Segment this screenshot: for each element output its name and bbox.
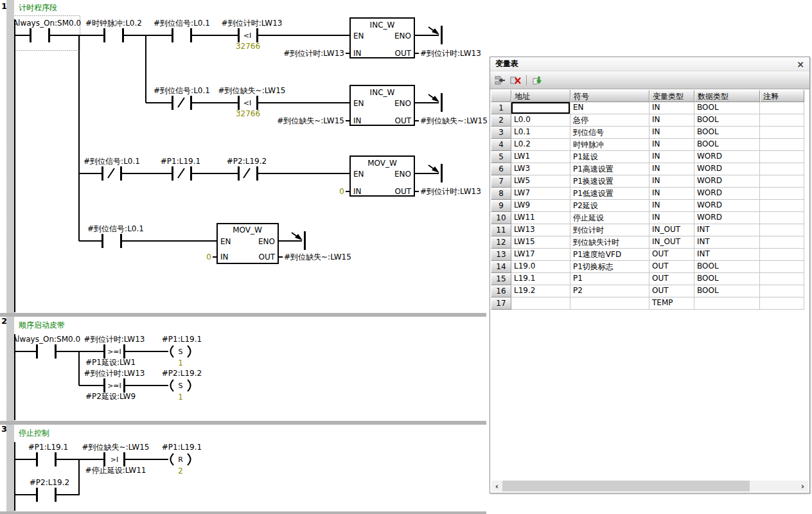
contact-always-on[interactable]: Always_On:SM0.0 (12, 335, 80, 359)
cell-vartype[interactable]: IN (649, 200, 694, 212)
cell-vartype[interactable]: IN (649, 102, 694, 114)
incw-box-2[interactable]: INC_W ENENO INOUT #到位缺失~:LW15 #到位缺失~:LW1… (277, 85, 488, 125)
contact-p1[interactable]: #P1:L19.1 (28, 443, 68, 466)
movw-box-1[interactable]: MOV_W ENENO INOUT 0 #到位计时:LW13 (339, 156, 481, 196)
cell-vartype[interactable]: OUT (649, 261, 694, 273)
cell-address[interactable]: LW17 (511, 249, 570, 261)
cell-address[interactable]: LW11 (511, 212, 570, 224)
close-icon[interactable]: × (797, 60, 804, 69)
row-header[interactable]: 4 (491, 139, 511, 151)
row-header[interactable]: 16 (491, 285, 511, 297)
cell-datatype[interactable]: WORD (694, 163, 760, 175)
cell-comment[interactable] (760, 200, 804, 212)
cell-symbol[interactable]: P1 (570, 273, 649, 285)
contact-arrive-signal-nc[interactable]: #到位信号:L0.1 (154, 86, 210, 110)
cell-datatype[interactable]: WORD (694, 151, 760, 163)
column-header[interactable]: 变量类型 (649, 90, 694, 102)
cell-comment[interactable] (760, 261, 804, 273)
row-header[interactable]: 14 (491, 261, 511, 273)
row-header[interactable]: 17 (491, 297, 511, 310)
cell-symbol[interactable]: 停止延设 (570, 212, 649, 224)
cell-vartype[interactable]: IN (649, 175, 694, 188)
contact-arrive-signal[interactable]: #到位信号:L0.1 (87, 224, 144, 248)
cell-symbol[interactable]: EN (570, 102, 649, 114)
row-header[interactable]: 8 (491, 188, 511, 200)
row-header[interactable]: 10 (491, 212, 511, 224)
cell-comment[interactable] (760, 297, 804, 310)
cell-comment[interactable] (760, 114, 804, 127)
cell-datatype[interactable]: BOOL (694, 139, 760, 151)
cell-address[interactable]: LW9 (511, 200, 570, 212)
cell-symbol[interactable]: 到位缺失计时 (570, 236, 649, 249)
cell-vartype[interactable]: IN (649, 212, 694, 224)
cell-vartype[interactable]: IN_OUT (649, 236, 694, 249)
column-header[interactable]: 注释 (760, 90, 804, 102)
cell-comment[interactable] (760, 102, 804, 114)
incw-box-1[interactable]: INC_W ENENO INOUT #到位计时:LW13 #到位计时:LW13 (283, 18, 481, 58)
cell-datatype[interactable]: INT (694, 224, 760, 236)
panel-titlebar[interactable]: 变量表 × (490, 57, 809, 71)
contact-arrive-signal[interactable]: #到位信号:L0.1 (154, 19, 210, 42)
cell-vartype[interactable]: TEMP (649, 297, 694, 310)
cell-datatype[interactable]: BOOL (694, 102, 760, 114)
horizontal-scrollbar[interactable]: ‹ › (491, 481, 808, 492)
scroll-right-icon[interactable]: › (797, 481, 808, 492)
cell-address[interactable]: LW3 (511, 163, 570, 175)
cell-address[interactable] (511, 297, 570, 310)
cell-address[interactable]: L0.0 (511, 114, 570, 127)
cell-address[interactable]: LW15 (511, 236, 570, 249)
cell-address[interactable]: LW7 (511, 188, 570, 200)
row-header[interactable]: 13 (491, 249, 511, 261)
cell-comment[interactable] (760, 285, 804, 297)
cell-symbol[interactable]: 时钟脉冲 (570, 139, 649, 151)
cell-address[interactable]: LW1 (511, 151, 570, 163)
cell-address[interactable]: L19.2 (511, 285, 570, 297)
cell-symbol[interactable]: 到位计时 (570, 224, 649, 236)
cell-vartype[interactable]: IN (649, 151, 694, 163)
cell-vartype[interactable]: IN (649, 114, 694, 127)
movw-box-2[interactable]: MOV_W ENENO INOUT 0 #到位缺失~:LW15 (206, 224, 351, 263)
cell-comment[interactable] (760, 249, 804, 261)
cell-datatype[interactable]: BOOL (694, 273, 760, 285)
row-header[interactable]: 9 (491, 200, 511, 212)
row-header[interactable]: 12 (491, 236, 511, 249)
cell-comment[interactable] (760, 175, 804, 188)
cell-vartype[interactable]: IN (649, 127, 694, 139)
row-header[interactable]: 5 (491, 151, 511, 163)
cell-datatype[interactable]: BOOL (694, 285, 760, 297)
cell-vartype[interactable]: OUT (649, 273, 694, 285)
contact-arrive-signal-nc[interactable]: #到位信号:L0.1 (84, 157, 140, 181)
cell-vartype[interactable]: OUT (649, 285, 694, 297)
cell-comment[interactable] (760, 273, 804, 285)
cell-vartype[interactable]: IN (649, 139, 694, 151)
cell-symbol[interactable]: P1切换标志 (570, 261, 649, 273)
cell-address[interactable]: LW13 (511, 224, 570, 236)
column-header[interactable]: 地址 (511, 90, 570, 102)
cell-symbol[interactable]: P2 (570, 285, 649, 297)
contact-always-on[interactable]: Always_On:SM0.0 (13, 19, 81, 42)
cell-vartype[interactable]: IN (649, 188, 694, 200)
cell-symbol[interactable] (570, 297, 649, 310)
cell-address[interactable]: L19.0 (511, 261, 570, 273)
scroll-left-icon[interactable]: ‹ (491, 481, 502, 492)
cell-comment[interactable] (760, 163, 804, 175)
scrollbar-thumb[interactable] (502, 481, 750, 492)
cell-address[interactable]: L19.1 (511, 273, 570, 285)
cell-datatype[interactable] (694, 297, 760, 310)
row-header[interactable]: 1 (491, 102, 511, 114)
cell-symbol[interactable]: 急停 (570, 114, 649, 127)
cell-symbol[interactable]: 到位信号 (570, 127, 649, 139)
contact-p1-nc[interactable]: #P1:L19.1 (161, 157, 200, 181)
cell-datatype[interactable]: WORD (694, 200, 760, 212)
contact-clock-pulse[interactable]: #时钟脉冲:L0.2 (85, 19, 142, 42)
row-header[interactable]: 3 (491, 127, 511, 139)
cell-comment[interactable] (760, 224, 804, 236)
cell-address[interactable]: L0.1 (511, 127, 570, 139)
cell-datatype[interactable]: WORD (694, 175, 760, 188)
cell-address[interactable]: L0.2 (511, 139, 570, 151)
cell-datatype[interactable]: BOOL (694, 127, 760, 139)
column-header[interactable]: 数据类型 (694, 90, 760, 102)
column-header[interactable]: 符号 (570, 90, 649, 102)
cell-datatype[interactable]: WORD (694, 188, 760, 200)
cell-comment[interactable] (760, 127, 804, 139)
